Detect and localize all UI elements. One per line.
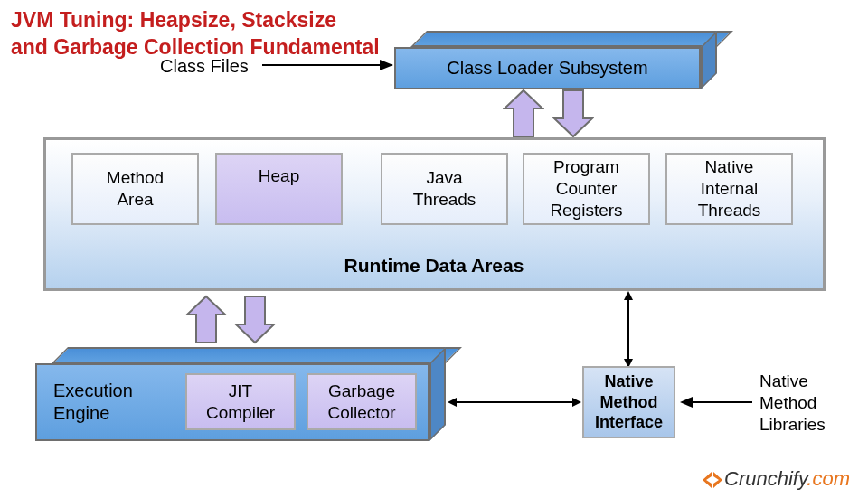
jit-compiler-label: JIT Compiler bbox=[206, 381, 275, 424]
svg-marker-2 bbox=[505, 90, 542, 136]
method-area-box: Method Area bbox=[71, 153, 199, 225]
block-arrow-down-1 bbox=[552, 89, 594, 138]
class-files-label: Class Files bbox=[160, 56, 249, 77]
block-arrow-down-2 bbox=[234, 295, 276, 344]
arrow-runtime-nmi bbox=[619, 291, 637, 368]
chevron-icon bbox=[703, 472, 722, 488]
svg-marker-13 bbox=[680, 397, 693, 408]
svg-marker-10 bbox=[448, 398, 457, 407]
garbage-collector-box: Garbage Collector bbox=[307, 373, 417, 430]
title-line1: JVM Tuning: Heapsize, Stacksize bbox=[11, 8, 336, 32]
svg-marker-15 bbox=[713, 472, 722, 488]
logo-text2: .com bbox=[807, 467, 850, 490]
method-area-label: Method Area bbox=[107, 167, 164, 211]
crunchify-logo: Crunchify.com bbox=[703, 467, 850, 491]
block-arrow-up-1 bbox=[503, 89, 544, 138]
nmi-label: Native Method Interface bbox=[595, 371, 663, 433]
native-method-libraries-label: Native Method Libraries bbox=[760, 371, 826, 435]
svg-marker-4 bbox=[187, 296, 225, 343]
svg-marker-5 bbox=[236, 296, 274, 343]
runtime-title: Runtime Data Areas bbox=[335, 255, 533, 277]
java-threads-label: Java Threads bbox=[413, 167, 476, 211]
pc-registers-box: Program Counter Registers bbox=[523, 153, 650, 225]
execution-engine-label: Execution Engine bbox=[53, 380, 133, 425]
svg-marker-7 bbox=[624, 291, 633, 300]
svg-marker-11 bbox=[572, 398, 581, 407]
native-threads-box: Native Internal Threads bbox=[665, 153, 793, 225]
native-method-interface-box: Native Method Interface bbox=[582, 366, 675, 438]
class-loader-label: Class Loader Subsystem bbox=[447, 58, 647, 79]
svg-marker-1 bbox=[380, 60, 393, 70]
jit-compiler-box: JIT Compiler bbox=[185, 373, 296, 430]
heap-label: Heap bbox=[259, 165, 299, 187]
arrow-nml-to-nmi bbox=[680, 393, 752, 411]
svg-marker-3 bbox=[554, 90, 592, 136]
heap-box: Heap bbox=[215, 153, 343, 225]
logo-text1: Crunchify bbox=[724, 467, 807, 490]
pc-registers-label: Program Counter Registers bbox=[550, 156, 622, 221]
arrow-classfiles-to-loader bbox=[262, 51, 393, 78]
java-threads-box: Java Threads bbox=[381, 153, 508, 225]
arrow-exec-nmi bbox=[448, 393, 581, 411]
block-arrow-up-2 bbox=[185, 295, 227, 344]
native-threads-label: Native Internal Threads bbox=[698, 156, 761, 221]
garbage-collector-label: Garbage Collector bbox=[328, 381, 396, 424]
svg-marker-14 bbox=[703, 472, 712, 488]
